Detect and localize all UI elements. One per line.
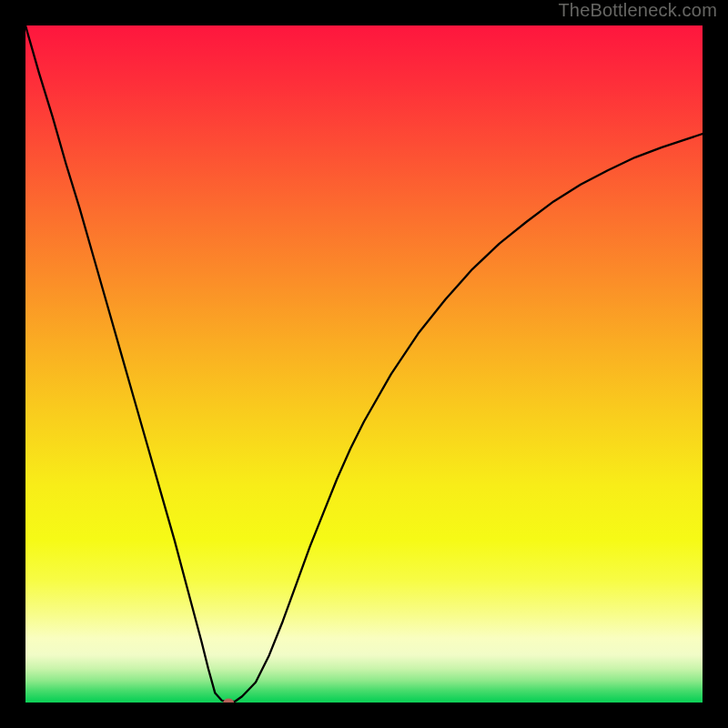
gradient-background — [25, 25, 703, 703]
chart-svg — [25, 25, 703, 703]
watermark-text: TheBottleneck.com — [558, 0, 717, 21]
chart-container: TheBottleneck.com — [0, 0, 728, 728]
plot-area — [25, 25, 703, 703]
